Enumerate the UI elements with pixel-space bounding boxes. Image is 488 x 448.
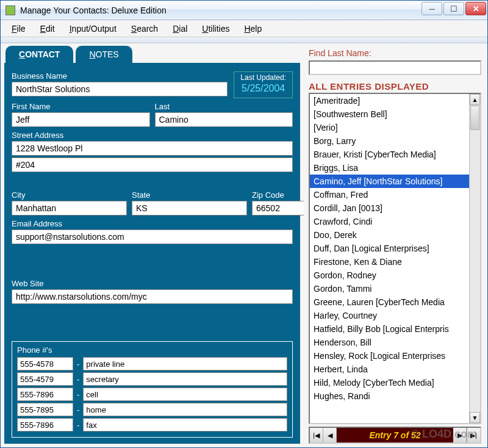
last-name-label: Last <box>155 102 293 111</box>
close-button[interactable]: ✕ <box>465 2 486 15</box>
phone-number-field[interactable] <box>17 357 73 370</box>
scroll-track[interactable] <box>470 131 480 412</box>
email-field[interactable] <box>12 229 293 244</box>
minimize-button[interactable]: ─ <box>422 2 442 15</box>
phone-desc-field[interactable] <box>83 403 287 416</box>
email-label: Email Address <box>12 219 293 228</box>
phone-numbers-label: Phone #'s <box>17 345 287 355</box>
list-item[interactable]: Crawford, Cindi <box>310 215 469 228</box>
maximize-button[interactable]: ☐ <box>443 2 464 15</box>
tabs: CONTACT NOTES <box>1 43 304 63</box>
street-address-label: Street Address <box>12 131 293 140</box>
list-item[interactable]: Hatfield, Billy Bob [Logical Enterpris <box>310 322 469 336</box>
list-scrollbar[interactable]: ▲ ▼ <box>469 94 480 423</box>
phone-row: - <box>17 357 287 370</box>
list-item[interactable]: Firestone, Ken & Diane <box>310 255 469 269</box>
state-label: State <box>132 190 247 200</box>
menubar: File Edit Input/Output Search Dial Utili… <box>1 20 487 37</box>
list-item[interactable]: Camino, Jeff [NorthStar Solutions] <box>310 175 469 188</box>
find-last-name-label: Find Last Name: <box>309 48 481 58</box>
menu-utilities[interactable]: Utilities <box>196 21 235 36</box>
tab-notes[interactable]: NOTES <box>76 46 132 63</box>
all-entries-header: ALL ENTRIES DISPLAYED <box>309 81 481 92</box>
dash-separator: - <box>77 375 79 384</box>
list-item[interactable]: Cordill, Jan [0013] <box>310 201 469 215</box>
phone-number-field[interactable] <box>17 372 73 386</box>
list-item[interactable]: Borg, Larry <box>310 134 469 148</box>
list-item[interactable]: Gordon, Tammi <box>310 282 469 295</box>
phone-row: - <box>17 388 287 401</box>
list-item[interactable]: Henderson, Bill <box>310 336 469 349</box>
last-updated-box: Last Updated: 5/25/2004 <box>234 71 293 98</box>
city-field[interactable] <box>12 201 127 215</box>
dash-separator: - <box>77 390 79 399</box>
city-label: City <box>12 190 127 200</box>
app-icon <box>5 5 15 15</box>
scroll-up-button[interactable]: ▲ <box>470 94 480 105</box>
street-address-1-field[interactable] <box>12 141 293 156</box>
scroll-thumb[interactable] <box>470 106 479 130</box>
pager-prev-button[interactable]: ◀ <box>323 428 337 443</box>
right-panel: Find Last Name: ALL ENTRIES DISPLAYED [A… <box>304 43 487 447</box>
menu-search[interactable]: Search <box>125 21 164 36</box>
business-name-label: Business Name <box>12 71 228 81</box>
state-field[interactable] <box>132 201 247 215</box>
list-item[interactable]: Duff, Dan [Logical Enterprises] <box>310 242 469 255</box>
toolbar-strip <box>1 37 487 43</box>
pager-display: Entry 7 of 52 <box>337 428 453 443</box>
list-item[interactable]: Hild, Melody [CyberTech Media] <box>310 376 469 389</box>
phone-row: - <box>17 418 287 432</box>
last-name-field[interactable] <box>155 112 293 127</box>
list-item[interactable]: Briggs, Lisa <box>310 161 469 175</box>
list-item[interactable]: Hughes, Randi <box>310 389 469 403</box>
menu-dial[interactable]: Dial <box>167 21 193 36</box>
entries-listbox[interactable]: [Ameritrade][Southwestern Bell][Verio]Bo… <box>309 93 481 424</box>
list-item[interactable]: Greene, Lauren [CyberTech Media <box>310 295 469 309</box>
phone-row: - <box>17 403 287 416</box>
menu-help[interactable]: Help <box>238 21 268 36</box>
list-item[interactable]: [Southwestern Bell] <box>310 107 469 121</box>
last-updated-label: Last Updated: <box>240 73 286 82</box>
pager-first-button[interactable]: |◀ <box>310 428 323 443</box>
scroll-down-button[interactable]: ▼ <box>470 412 480 423</box>
phone-row: - <box>17 372 287 386</box>
first-name-field[interactable] <box>12 112 150 127</box>
window-controls: ─ ☐ ✕ <box>420 1 487 20</box>
phone-number-field[interactable] <box>17 403 73 416</box>
street-address-2-field[interactable] <box>12 157 293 172</box>
titlebar: Manage Your Contacts: Deluxe Edition ─ ☐… <box>1 1 487 20</box>
left-panel: CONTACT NOTES Business Name Last Updated… <box>1 43 304 447</box>
list-item[interactable]: Coffman, Fred <box>310 188 469 201</box>
menu-input-output[interactable]: Input/Output <box>63 21 123 36</box>
phone-desc-field[interactable] <box>83 372 287 386</box>
pager-last-button[interactable]: ▶| <box>467 428 480 443</box>
website-label: Web Site <box>12 279 293 288</box>
menu-file[interactable]: File <box>5 21 32 36</box>
phone-desc-field[interactable] <box>83 418 287 432</box>
find-last-name-input[interactable] <box>309 60 481 75</box>
app-window: Manage Your Contacts: Deluxe Edition ─ ☐… <box>0 0 488 448</box>
list-item[interactable]: Gordon, Rodney <box>310 269 469 282</box>
list-item[interactable]: [Verio] <box>310 121 469 134</box>
list-item[interactable]: Brauer, Kristi [CyberTech Media] <box>310 148 469 161</box>
list-item[interactable]: Harley, Courtney <box>310 309 469 322</box>
business-name-field[interactable] <box>12 82 228 96</box>
website-field[interactable] <box>12 289 293 304</box>
dash-separator: - <box>77 359 79 369</box>
list-item[interactable]: [Ameritrade] <box>310 94 469 107</box>
phone-number-field[interactable] <box>17 388 73 401</box>
phone-desc-field[interactable] <box>83 388 287 401</box>
menu-edit[interactable]: Edit <box>34 21 61 36</box>
list-item[interactable]: Hensley, Rock [Logical Enterprises <box>310 349 469 363</box>
phone-desc-field[interactable] <box>83 357 287 370</box>
phone-number-field[interactable] <box>17 418 73 432</box>
tab-contact[interactable]: CONTACT <box>5 46 73 63</box>
dash-separator: - <box>77 421 79 430</box>
list-item[interactable]: Herbert, Linda <box>310 363 469 376</box>
dash-separator: - <box>77 405 79 414</box>
pager-next-button[interactable]: ▶ <box>453 428 467 443</box>
phone-numbers-box: Phone #'s ----- <box>12 341 293 438</box>
contact-form: Business Name Last Updated: 5/25/2004 Fi… <box>4 63 300 444</box>
first-name-label: First Name <box>12 102 150 111</box>
list-item[interactable]: Doo, Derek <box>310 228 469 242</box>
